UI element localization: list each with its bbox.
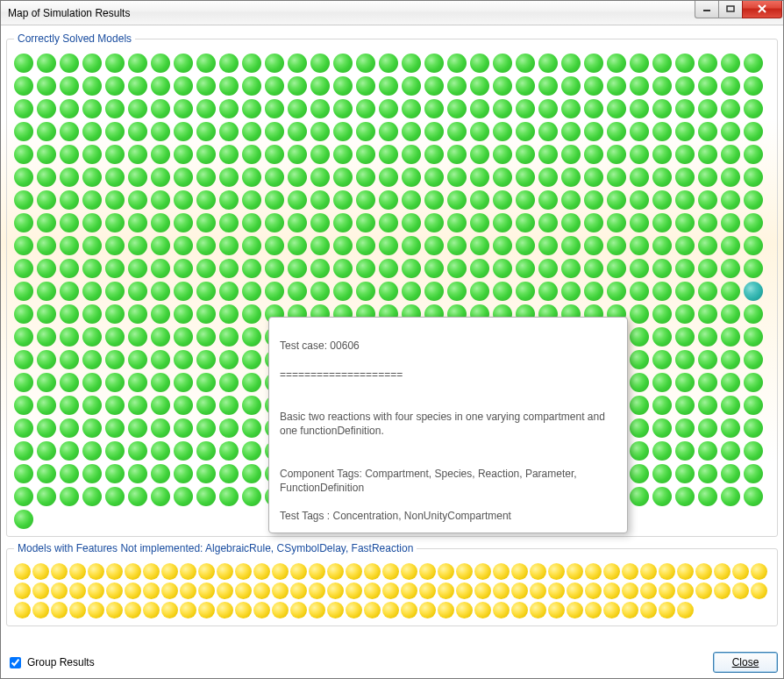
result-dot[interactable] — [309, 583, 325, 599]
result-dot[interactable] — [14, 418, 33, 438]
result-dot[interactable] — [607, 236, 626, 255]
result-dot[interactable] — [470, 236, 489, 255]
result-dot[interactable] — [82, 190, 102, 210]
result-dot[interactable] — [379, 213, 398, 232]
result-dot[interactable] — [630, 122, 649, 141]
result-dot[interactable] — [265, 259, 284, 278]
result-dot[interactable] — [424, 282, 444, 301]
result-dot[interactable] — [470, 99, 489, 118]
result-dot[interactable] — [151, 122, 170, 141]
result-dot[interactable] — [310, 145, 330, 164]
result-dot[interactable] — [561, 145, 581, 164]
result-dot[interactable] — [82, 122, 102, 141]
result-dot[interactable] — [584, 54, 603, 73]
result-dot[interactable] — [37, 168, 56, 187]
result-dot[interactable] — [128, 122, 147, 141]
result-dot[interactable] — [128, 396, 147, 415]
result-dot[interactable] — [698, 373, 717, 392]
result-dot[interactable] — [714, 583, 731, 599]
result-dot[interactable] — [60, 350, 79, 369]
result-dot[interactable] — [744, 122, 763, 141]
result-dot[interactable] — [424, 99, 444, 118]
result-dot[interactable] — [82, 464, 102, 483]
result-dot[interactable] — [333, 236, 353, 255]
result-dot[interactable] — [447, 282, 467, 301]
result-dot[interactable] — [310, 190, 330, 210]
result-dot[interactable] — [235, 563, 252, 580]
result-dot[interactable] — [105, 190, 125, 210]
result-dot[interactable] — [82, 236, 102, 255]
result-dot[interactable] — [402, 259, 421, 278]
result-dot[interactable] — [37, 304, 56, 324]
result-dot[interactable] — [447, 213, 467, 232]
result-dot[interactable] — [744, 350, 763, 369]
result-dot[interactable] — [744, 373, 763, 392]
result-dot[interactable] — [242, 145, 261, 164]
result-dot[interactable] — [14, 259, 33, 278]
result-dot[interactable] — [652, 145, 672, 164]
result-dot[interactable] — [219, 190, 239, 210]
result-dot[interactable] — [242, 99, 261, 118]
result-dot[interactable] — [196, 327, 216, 347]
result-dot[interactable] — [675, 259, 695, 278]
result-dot[interactable] — [242, 418, 261, 438]
close-button[interactable]: Close — [713, 652, 778, 673]
result-dot[interactable] — [14, 583, 31, 599]
result-dot[interactable] — [721, 304, 740, 324]
result-dot[interactable] — [630, 259, 649, 278]
result-dot[interactable] — [652, 168, 672, 187]
result-dot[interactable] — [151, 259, 170, 278]
result-dot[interactable] — [82, 396, 102, 415]
result-dot[interactable] — [511, 602, 528, 618]
result-dot[interactable] — [265, 213, 284, 232]
result-dot[interactable] — [69, 602, 86, 618]
result-dot[interactable] — [196, 54, 216, 73]
result-dot[interactable] — [640, 563, 657, 580]
result-dot[interactable] — [105, 54, 125, 73]
result-dot[interactable] — [290, 563, 307, 580]
result-dot[interactable] — [652, 259, 672, 278]
result-dot[interactable] — [88, 563, 104, 580]
result-dot[interactable] — [60, 190, 79, 210]
result-dot[interactable] — [196, 487, 216, 506]
result-dot[interactable] — [584, 213, 603, 232]
result-dot[interactable] — [652, 122, 672, 141]
result-dot[interactable] — [652, 54, 672, 73]
result-dot[interactable] — [402, 145, 421, 164]
result-dot[interactable] — [538, 99, 558, 118]
result-dot[interactable] — [14, 510, 33, 529]
result-dot[interactable] — [652, 487, 672, 506]
result-dot[interactable] — [721, 76, 740, 96]
result-dot[interactable] — [584, 282, 603, 301]
result-dot[interactable] — [37, 76, 56, 96]
result-dot[interactable] — [677, 563, 694, 580]
result-dot[interactable] — [272, 563, 289, 580]
result-dot[interactable] — [721, 396, 740, 415]
result-dot[interactable] — [698, 487, 717, 506]
result-dot[interactable] — [128, 464, 147, 483]
result-dot[interactable] — [401, 563, 417, 580]
result-dot[interactable] — [174, 327, 193, 347]
result-dot[interactable] — [675, 373, 695, 392]
result-dot[interactable] — [14, 350, 33, 369]
result-dot[interactable] — [161, 563, 178, 580]
result-dot[interactable] — [310, 99, 330, 118]
result-dot[interactable] — [470, 168, 489, 187]
result-dot[interactable] — [493, 583, 510, 599]
result-dot[interactable] — [60, 282, 79, 301]
result-dot[interactable] — [143, 602, 160, 618]
result-dot[interactable] — [470, 54, 489, 73]
result-dot[interactable] — [242, 327, 261, 347]
result-dot[interactable] — [677, 583, 694, 599]
result-dot[interactable] — [128, 304, 147, 324]
result-dot[interactable] — [675, 145, 695, 164]
result-dot[interactable] — [698, 282, 717, 301]
result-dot[interactable] — [151, 213, 170, 232]
result-dot[interactable] — [675, 122, 695, 141]
result-dot[interactable] — [652, 441, 672, 461]
result-dot[interactable] — [584, 122, 603, 141]
result-dot[interactable] — [219, 304, 239, 324]
result-dot[interactable] — [744, 304, 763, 324]
result-dot[interactable] — [456, 563, 473, 580]
result-dot[interactable] — [493, 282, 512, 301]
